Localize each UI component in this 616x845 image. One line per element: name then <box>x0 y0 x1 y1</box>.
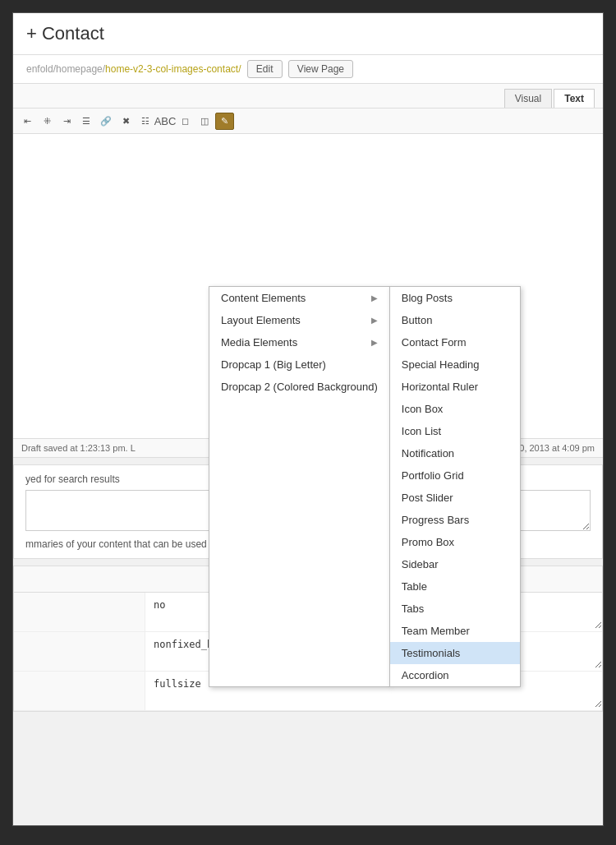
tab-text[interactable]: Text <box>554 89 595 108</box>
menu-item-layout-elements[interactable]: Layout Elements ▶ <box>209 309 389 331</box>
breadcrumb: enfold/homepage/home-v2-3-col-images-con… <box>13 55 603 84</box>
submenu-sidebar[interactable]: Sidebar <box>390 553 520 575</box>
submenu-tabs[interactable]: Tabs <box>390 598 520 620</box>
submenu-notification[interactable]: Notification <box>390 442 520 464</box>
align-left-icon[interactable]: ⇤ <box>18 112 36 130</box>
submenu-icon-box[interactable]: Icon Box <box>390 398 520 420</box>
submenu-progress-bars[interactable]: Progress Bars <box>390 509 520 531</box>
editor-tabs: Visual Text <box>13 84 603 109</box>
breadcrumb-link[interactable]: home-v2-3-col-images-contact/ <box>105 63 241 75</box>
cf-name-2 <box>14 632 145 671</box>
submenu-content-elements: Blog Posts Button Contact Form Special H… <box>389 286 521 687</box>
submenu-testimonials[interactable]: Testimonials <box>390 642 520 664</box>
submenu-special-heading[interactable]: Special Heading <box>390 353 520 376</box>
menu-item-media-elements[interactable]: Media Elements ▶ <box>209 331 389 353</box>
menu-item-content-elements[interactable]: Content Elements ▶ <box>209 287 389 309</box>
insert-row-icon[interactable]: ☷ <box>136 112 154 130</box>
submenu-icon-list[interactable]: Icon List <box>390 420 520 442</box>
submenu-accordion[interactable]: Accordion <box>390 664 520 686</box>
submenu-button[interactable]: Button <box>390 309 520 331</box>
justify-icon[interactable]: ☰ <box>77 112 95 130</box>
draft-status: Draft saved at 1:23:13 pm. L <box>21 443 136 453</box>
cf-name-1 <box>14 593 145 631</box>
arrow-icon: ▶ <box>371 293 378 302</box>
menu-item-dropcap1[interactable]: Dropcap 1 (Big Letter) <box>209 353 389 376</box>
expand-icon[interactable]: ◻ <box>176 112 194 130</box>
cf-name-3 <box>14 672 145 710</box>
page-title: + Contact <box>26 23 590 44</box>
submenu-promo-box[interactable]: Promo Box <box>390 531 520 553</box>
main-menu: Content Elements ▶ Layout Elements ▶ Med… <box>209 286 390 687</box>
arrow-icon: ▶ <box>371 316 378 325</box>
editor-toolbar: ⇤ ⁜ ⇥ ☰ 🔗 ✖ ☷ ABC ◻ ◫ ✎ <box>13 109 603 134</box>
view-page-button[interactable]: View Page <box>288 60 353 78</box>
breadcrumb-prefix: enfold/homepage/ <box>26 63 105 75</box>
submenu-post-slider[interactable]: Post Slider <box>390 487 520 509</box>
unlink-icon[interactable]: ✖ <box>117 112 135 130</box>
align-center-icon[interactable]: ⁜ <box>38 112 56 130</box>
align-right-icon[interactable]: ⇥ <box>57 112 76 130</box>
edit-button[interactable]: Edit <box>247 60 283 78</box>
submenu-team-member[interactable]: Team Member <box>390 620 520 642</box>
submenu-table[interactable]: Table <box>390 575 520 598</box>
submenu-contact-form[interactable]: Contact Form <box>390 331 520 353</box>
dropcap-button[interactable]: ✎ <box>215 113 234 130</box>
editor-area: Visual Text ⇤ ⁜ ⇥ ☰ 🔗 ✖ ☷ ABC ◻ ◫ ✎ Cont… <box>13 84 603 458</box>
submenu-blog-posts[interactable]: Blog Posts <box>390 287 520 309</box>
menu-item-dropcap2[interactable]: Dropcap 2 (Colored Background) <box>209 376 389 398</box>
submenu-horizontal-ruler[interactable]: Horizontal Ruler <box>390 376 520 398</box>
arrow-icon: ▶ <box>371 338 378 347</box>
link-icon[interactable]: 🔗 <box>97 112 115 130</box>
spell-check-icon[interactable]: ABC <box>156 112 174 130</box>
tab-visual[interactable]: Visual <box>504 89 552 108</box>
context-menu: Content Elements ▶ Layout Elements ▶ Med… <box>209 286 521 687</box>
submenu-portfolio-grid[interactable]: Portfolio Grid <box>390 464 520 487</box>
grid-icon[interactable]: ◫ <box>195 112 214 130</box>
